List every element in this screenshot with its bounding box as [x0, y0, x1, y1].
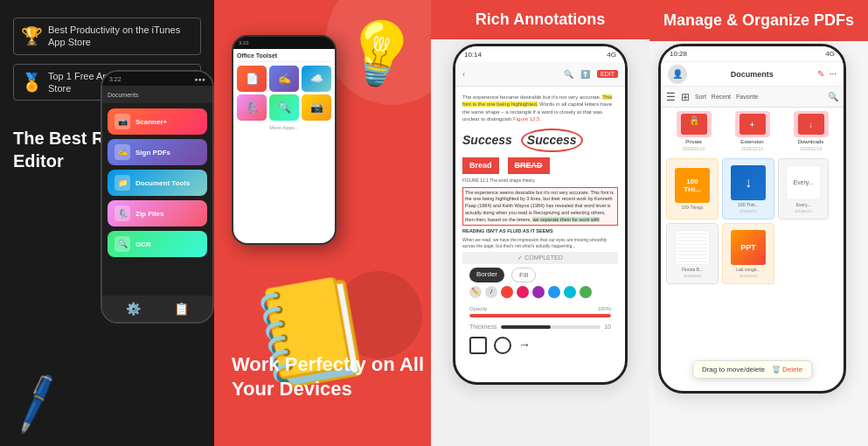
folder-red-2: + [740, 114, 766, 135]
ocr-grid-icon: 🔍 [278, 101, 291, 114]
caption-text: FIGURE 12.1 The word shape theory. [462, 178, 618, 184]
recent-label[interactable]: Recent [712, 94, 731, 100]
scanner-app-icon: 📷 [115, 114, 130, 129]
fill-btn[interactable]: Fill [511, 268, 536, 282]
ppt-text: PPT [740, 243, 756, 252]
color-pink[interactable] [517, 286, 529, 298]
file-thumb-100[interactable]: 100THI... 100-Things [666, 158, 719, 220]
color-purple[interactable] [532, 286, 545, 298]
list-view-icon[interactable]: ☰ [666, 91, 676, 103]
file-ppt-date: 2014/09/20 [740, 274, 757, 278]
color-red[interactable] [501, 286, 513, 298]
file-thumb-ppt[interactable]: PPT Lab conge... 2014/09/20 [722, 223, 774, 284]
arrow-right-icon[interactable]: → [518, 337, 531, 354]
file-icon-every: Every... [786, 165, 821, 200]
panel-1: 🏆 Best Productivity on the iTunes App St… [0, 0, 214, 446]
file-icon-ppt: PPT [731, 230, 766, 265]
highlight-green: we separate them for work with [532, 217, 599, 222]
grid-item-1: 📄 [237, 66, 267, 92]
thickness-track[interactable] [501, 325, 601, 329]
user-avatar[interactable]: 👤 [668, 65, 687, 84]
border-btn[interactable]: Border [469, 268, 504, 282]
plus-icon-folder: + [750, 120, 755, 129]
scan-grid-icon: 📷 [310, 101, 323, 114]
file-thumbnail-area: 100THI... 100-Things ↓ 100 Thin... 2018/… [661, 155, 844, 223]
circle-shape[interactable] [494, 337, 511, 354]
pen-icon: 🖊️ [2, 370, 70, 436]
drag-tooltip: Drag to move/delete 🗑️ Delete [692, 360, 812, 379]
pen-tool-icon[interactable]: ✏️ [469, 286, 482, 298]
badge-productivity-text: Best Productivity on the iTunes App Stor… [48, 24, 193, 49]
folder-row: 🔒 Private 2018/01/14 + Extension 2018/12… [661, 108, 844, 155]
scanner-app-label: Scanner+ [135, 118, 167, 126]
phone-bottom-bar-1: ⚙️ 📋 [102, 296, 212, 322]
docs-app-icon: 📁 [115, 175, 130, 191]
file-ppt-label: Lab conge... [736, 267, 760, 272]
sign-grid-icon: ✍️ [278, 73, 291, 85]
sign-app-icon: ✍️ [115, 144, 130, 160]
badge-productivity: 🏆 Best Productivity on the iTunes App St… [13, 17, 201, 55]
drag-text: Drag to move/delete [702, 366, 765, 373]
search-icon-manage[interactable]: 🔍 [828, 92, 838, 101]
manage-signal: 4G [825, 50, 835, 58]
file-thumb-every[interactable]: Every... Every... 2019/01/14 [778, 158, 829, 220]
florida-lines [677, 233, 707, 262]
manage-doc-header: 👤 Documents ✎ ··· [661, 62, 844, 87]
home-icon-1: ⚙️ [126, 302, 141, 316]
phone-signal-1: ●●● [194, 76, 205, 82]
zip-grid-icon: 🗜️ [246, 101, 259, 114]
color-green[interactable] [580, 286, 592, 298]
annot-status-bar: 10:14 4G [455, 46, 625, 62]
manage-sort-toolbar: ☰ ⊞ Sort Recent Favorite 🔍 [661, 87, 844, 108]
search-icon-annot: 🔍 [564, 70, 573, 79]
rect-shape[interactable] [469, 337, 487, 354]
folder-downloads-icon[interactable]: ↓ [794, 111, 829, 137]
folder-private-icon[interactable]: 🔒 [677, 111, 712, 137]
docs-app-item: 📁 Document Tools [108, 170, 207, 196]
pdf-grid-icon: 📄 [246, 73, 259, 85]
file-design-arrow: ↓ [745, 175, 752, 191]
panel-3: Rich Annotations 10:14 4G ‹ 🔍 ⬆️ EDIT Th… [431, 0, 649, 446]
sort-label[interactable]: Sort [695, 94, 706, 100]
laurel-icon-right: 🏅 [21, 71, 43, 94]
opacity-value: 100% [598, 305, 611, 312]
delete-action[interactable]: 🗑️ Delete [772, 366, 802, 373]
cloud-grid-icon: ☁️ [310, 73, 323, 85]
thickness-value: 10 [604, 323, 611, 331]
opacity-track[interactable] [469, 314, 611, 317]
completed-badge: ✓ COMPLETED [462, 252, 618, 264]
grid-item-5: 🔍 [269, 94, 299, 121]
file-thumb-design[interactable]: ↓ 100 Thin... 2018/12/11 [722, 158, 774, 220]
panel-3-title: Rich Annotations [444, 10, 636, 29]
color-cyan[interactable] [564, 286, 576, 298]
phone-mockup-1: 3:22 ●●● Documents 📷 Scanner+ ✍️ Sign PD… [101, 70, 214, 324]
folder-downloads-date: 2018/01/14 [800, 146, 822, 151]
file-florida-date: 2014/09/20 [684, 274, 701, 278]
sign-app-item: ✍️ Sign PDFs [108, 139, 207, 165]
color-blue[interactable] [548, 286, 560, 298]
phone-screen-2: Office Toolset 📄 ✍️ ☁️ 🗜️ 🔍 📷 More Apps.… [233, 49, 335, 243]
annotation-phone: 10:14 4G ‹ 🔍 ⬆️ EDIT The experience beca… [453, 44, 628, 385]
folder-extension-icon[interactable]: + [735, 111, 770, 137]
zip-app-item: 🗜️ Zip Files [108, 200, 207, 226]
folder-red-1: 🔒 [681, 114, 707, 135]
recents-label: Documents [108, 92, 138, 98]
file-icon-florida [675, 230, 710, 265]
reading-body: When we read, we have the impression tha… [462, 237, 618, 249]
folder-extension-date: 2018/12/11 [741, 146, 763, 151]
panel-4-title: Manage & Organize PDFs [663, 10, 855, 31]
favorite-label[interactable]: Favorite [736, 94, 758, 100]
grid-view-icon[interactable]: ⊞ [681, 91, 690, 103]
edit-doc-icon[interactable]: ✎ [817, 69, 824, 79]
grid-item-3: ☁️ [302, 66, 331, 92]
file-every-text: Every... [793, 179, 813, 185]
opacity-container: Opacity 100% [462, 302, 618, 321]
phone-toolset-title: Office Toolset [237, 52, 331, 62]
file-thumb-florida[interactable]: Florida B... 2014/09/20 [666, 223, 719, 284]
success-text-2: Success [521, 129, 583, 153]
phone-mockup-2: 3:22 Office Toolset 📄 ✍️ ☁️ 🗜️ 🔍 📷 More … [232, 35, 337, 245]
grid-item-2: ✍️ [269, 66, 299, 92]
eraser-tool-icon[interactable]: / [485, 286, 497, 298]
more-doc-icon[interactable]: ··· [830, 69, 837, 79]
panel-4: Manage & Organize PDFs 10:28 4G 👤 Docume… [649, 0, 868, 446]
